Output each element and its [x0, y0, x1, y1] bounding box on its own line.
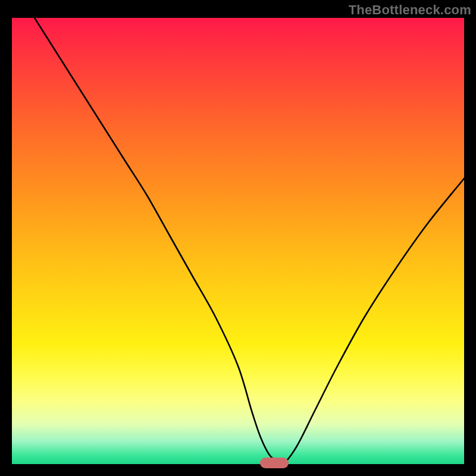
curve-svg — [12, 18, 464, 464]
minimum-marker — [260, 458, 289, 468]
chart-frame: TheBottleneck.com — [0, 0, 476, 476]
bottleneck-curve-path — [35, 18, 464, 464]
plot-area — [12, 18, 464, 464]
watermark-text: TheBottleneck.com — [349, 2, 471, 18]
